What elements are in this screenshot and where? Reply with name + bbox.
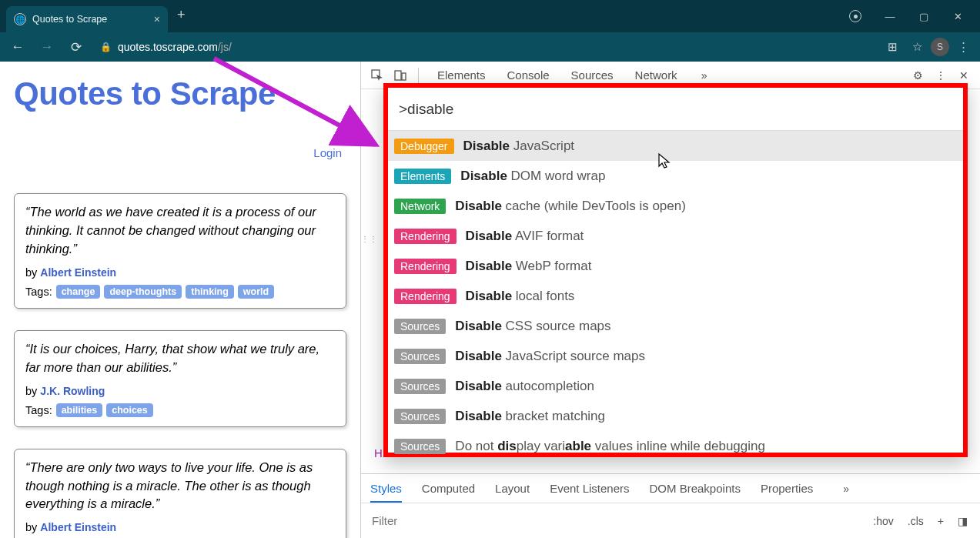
styles-tab-styles[interactable]: Styles <box>370 482 402 503</box>
command-category: Sources <box>394 439 446 454</box>
command-item[interactable]: SourcesDo not display variable values in… <box>388 431 963 461</box>
tag[interactable]: deep-thoughts <box>104 285 182 299</box>
window-controls: — ▢ ✕ <box>849 5 980 28</box>
styles-tab-event-listeners[interactable]: Event Listeners <box>550 482 629 495</box>
command-label: Disable local fonts <box>466 289 575 304</box>
command-label: Disable JavaScript source maps <box>455 349 645 364</box>
tag[interactable]: world <box>238 285 274 299</box>
page-title: Quotes to Scrape <box>14 75 346 112</box>
quote-author[interactable]: Albert Einstein <box>40 521 116 533</box>
reload-button[interactable]: ⟳ <box>65 35 88 58</box>
command-list: DebuggerDisable JavaScriptElementsDisabl… <box>388 131 963 461</box>
command-item[interactable]: RenderingDisable WebP format <box>388 251 963 281</box>
html-fragment: H <box>374 446 383 459</box>
command-item[interactable]: ElementsDisable DOM word wrap <box>388 161 963 191</box>
maximize-button[interactable]: ▢ <box>908 5 940 28</box>
quote-box: “It is our choices, Harry, that show wha… <box>14 330 346 427</box>
command-item[interactable]: SourcesDisable autocompletion <box>388 371 963 401</box>
forward-button[interactable]: → <box>35 35 59 58</box>
tag[interactable]: thinking <box>186 285 234 299</box>
command-item[interactable]: NetworkDisable cache (while DevTools is … <box>388 191 963 221</box>
command-palette: DebuggerDisable JavaScriptElementsDisabl… <box>383 83 968 457</box>
profile-avatar[interactable]: S <box>931 38 949 56</box>
svg-rect-2 <box>402 73 406 80</box>
tag[interactable]: choices <box>106 403 153 417</box>
device-icon[interactable] <box>390 65 410 85</box>
command-category: Sources <box>394 379 446 394</box>
translate-icon[interactable]: ⊞ <box>881 36 903 58</box>
tab-close-icon[interactable]: × <box>154 13 160 25</box>
quote-author[interactable]: Albert Einstein <box>40 266 116 279</box>
command-category: Rendering <box>394 259 457 274</box>
tag[interactable]: abilities <box>56 403 103 417</box>
quote-text: “The world as we have created it is a pr… <box>25 203 335 259</box>
filter-tools: :hov .cls + ◨ <box>861 513 980 529</box>
command-label: Disable cache (while DevTools is open) <box>455 199 686 214</box>
new-rule-icon[interactable]: + <box>935 513 947 529</box>
menu-icon[interactable]: ⋮ <box>952 36 974 58</box>
tags-row: Tags:changedeep-thoughtsthinkingworld <box>25 285 335 299</box>
close-button[interactable]: ✕ <box>942 5 974 28</box>
hov-toggle[interactable]: :hov <box>870 513 896 529</box>
cls-toggle[interactable]: .cls <box>905 513 927 529</box>
url-bar[interactable]: 🔒 quotes.toscrape.com/js/ <box>94 35 875 58</box>
command-label: Do not display variable values inline wh… <box>455 439 765 454</box>
new-tab-button[interactable]: + <box>168 7 195 23</box>
command-item[interactable]: RenderingDisable AVIF format <box>388 221 963 251</box>
quote-byline: by Albert Einstein <box>25 521 335 533</box>
quote-byline: by Albert Einstein <box>25 266 335 279</box>
tab-title: Quotes to Scrape <box>32 14 107 25</box>
command-item[interactable]: SourcesDisable CSS source maps <box>388 311 963 341</box>
browser-tab[interactable]: 🌐 Quotes to Scrape × <box>6 6 168 32</box>
tag[interactable]: change <box>56 285 101 299</box>
command-category: Network <box>394 199 446 214</box>
quote-author[interactable]: J.K. Rowling <box>40 385 105 397</box>
styles-tab-dom-breakpoints[interactable]: DOM Breakpoints <box>650 482 741 495</box>
command-label: Disable JavaScript <box>463 139 575 154</box>
navbar: ← → ⟳ 🔒 quotes.toscrape.com/js/ ⊞ ☆ S ⋮ <box>0 32 980 62</box>
command-category: Sources <box>394 409 446 424</box>
kebab-icon[interactable]: ⋮ <box>931 65 951 85</box>
more-styles-icon[interactable]: » <box>836 479 856 499</box>
command-label: Disable CSS source maps <box>455 319 610 334</box>
titlebar: 🌐 Quotes to Scrape × + — ▢ ✕ <box>0 0 980 32</box>
command-category: Debugger <box>394 139 454 154</box>
styles-tab-layout[interactable]: Layout <box>495 482 530 495</box>
command-item[interactable]: RenderingDisable local fonts <box>388 281 963 311</box>
svg-rect-1 <box>395 71 401 80</box>
command-item[interactable]: SourcesDisable JavaScript source maps <box>388 341 963 371</box>
bookmark-icon[interactable]: ☆ <box>906 36 928 58</box>
drag-handle-icon[interactable]: ⋮⋮ <box>361 235 378 243</box>
quote-box: “There are only two ways to live your li… <box>14 449 346 538</box>
command-input[interactable] <box>388 88 963 131</box>
command-category: Rendering <box>394 289 457 304</box>
quote-byline: by J.K. Rowling <box>25 385 335 397</box>
more-tabs-icon[interactable]: » <box>694 65 714 85</box>
quote-box: “The world as we have created it is a pr… <box>14 193 346 309</box>
minimize-button[interactable]: — <box>874 5 906 28</box>
inspect-icon[interactable] <box>367 65 387 85</box>
styles-tabs: StylesComputedLayoutEvent ListenersDOM B… <box>361 473 980 503</box>
login-link[interactable]: Login <box>14 146 346 159</box>
quote-text: “It is our choices, Harry, that show wha… <box>25 340 335 377</box>
lock-icon: 🔒 <box>100 42 112 52</box>
globe-icon: 🌐 <box>14 13 26 25</box>
shield-icon[interactable] <box>849 10 861 22</box>
command-label: Disable DOM word wrap <box>460 169 605 184</box>
tags-row: Tags:abilitieschoices <box>25 403 335 417</box>
command-item[interactable]: SourcesDisable bracket matching <box>388 401 963 431</box>
page-content: Quotes to Scrape Login “The world as we … <box>0 62 360 538</box>
back-button[interactable]: ← <box>6 35 29 58</box>
filter-input[interactable] <box>361 503 861 538</box>
settings-icon[interactable]: ⚙ <box>908 65 928 85</box>
command-label: Disable bracket matching <box>455 409 605 424</box>
devtools-close-icon[interactable]: ✕ <box>954 65 974 85</box>
sidebar-toggle-icon[interactable]: ◨ <box>955 513 971 529</box>
command-label: Disable autocompletion <box>455 379 594 394</box>
styles-tab-computed[interactable]: Computed <box>422 482 475 495</box>
command-label: Disable WebP format <box>466 259 592 274</box>
navbar-right: ⊞ ☆ S ⋮ <box>881 36 974 58</box>
command-category: Sources <box>394 349 446 364</box>
styles-tab-properties[interactable]: Properties <box>761 482 813 495</box>
command-item[interactable]: DebuggerDisable JavaScript <box>388 131 963 161</box>
